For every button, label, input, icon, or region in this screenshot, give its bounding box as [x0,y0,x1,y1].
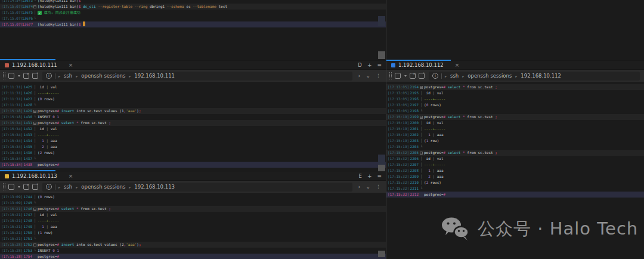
address-bar[interactable]: i ▸ssh▸openssh sessions▸192.168.10.113 [42,183,352,192]
fold-marker-icon[interactable] [32,162,38,168]
fold-marker-icon[interactable]: │ [32,230,38,236]
fold-marker-icon[interactable]: │ [419,96,424,102]
fold-marker-icon[interactable] [32,21,38,27]
fold-marker-icon[interactable]: └ [32,236,38,242]
fold-marker-icon[interactable]: │ [419,180,424,186]
add-tab-icon[interactable]: + [367,63,372,68]
tab-192-168-10-113[interactable]: 1.192.168.10.113 × [5,172,73,180]
fold-marker-icon[interactable]: │ [32,90,38,96]
fold-marker-icon[interactable]: └ [32,156,38,162]
fold-marker-icon[interactable]: │ [32,144,38,150]
reconnect-window-icon[interactable]: ° [32,184,38,190]
close-window-icon[interactable]: × [23,184,29,190]
vertical-scrollbar-thumb[interactable] [378,165,385,171]
fold-marker-icon[interactable]: │ [32,212,38,218]
breadcrumb-item[interactable]: ssh [64,184,72,190]
chevron-right-icon[interactable]: › [358,184,361,190]
fold-marker-icon[interactable]: │ [419,90,424,96]
info-icon[interactable]: i [432,73,438,79]
fold-marker-icon[interactable] [32,206,38,212]
fold-marker-icon[interactable]: │ [32,96,38,102]
fold-marker-icon[interactable]: │ [419,156,424,162]
more-options-icon[interactable]: ⋮ [376,73,381,79]
address-bar[interactable]: i ▸ssh▸openssh sessions▸192.168.10.111 [42,72,352,81]
fold-marker-icon[interactable]: └ [32,114,38,120]
fold-marker-icon[interactable] [419,84,424,90]
breadcrumb-item[interactable]: ssh [64,73,72,79]
breadcrumb-item[interactable]: openssh sessions [467,73,512,79]
terminal-output[interactable]: [17:13:05]2194postgres=# select * from s… [386,82,644,198]
fold-marker-icon[interactable]: │ [419,168,424,174]
fold-marker-icon[interactable]: │ [419,138,424,144]
breadcrumb-item[interactable]: ssh [450,73,459,79]
close-window-icon[interactable]: × [410,73,416,79]
fold-marker-icon[interactable]: │ [32,218,38,224]
fold-marker-icon[interactable]: └ [419,108,424,114]
breadcrumb-item[interactable]: openssh sessions [81,73,125,79]
address-bar[interactable]: i ▸ssh▸openssh sessions▸192.168.10.112 [429,72,640,81]
fold-marker-icon[interactable] [32,4,38,10]
breadcrumb-item[interactable]: 192.168.10.113 [134,184,175,190]
close-window-icon[interactable]: × [23,73,29,79]
horizontal-scrollbar-thumb[interactable] [0,170,55,171]
tab-192-168-10-112[interactable]: 1.192.168.10.112 × [391,61,459,69]
fold-marker-icon[interactable] [32,254,38,259]
vertical-scrollbar-thumb[interactable] [378,251,385,257]
horizontal-scrollbar-thumb[interactable] [386,60,451,61]
add-tab-icon[interactable]: + [367,174,372,179]
fold-marker-icon[interactable] [419,150,424,156]
fold-marker-icon[interactable]: │ [419,162,424,168]
fold-marker-icon[interactable] [32,242,38,248]
fold-marker-icon[interactable]: │ [32,132,38,138]
pane-splitter[interactable] [386,0,386,259]
fold-marker-icon[interactable]: │ [32,84,38,90]
fold-marker-icon[interactable]: │ [419,102,424,108]
terminal-pane-kylin[interactable]: [17:14:54]13673└[halo@kylin111 bin]$[17:… [0,0,386,60]
fold-marker-icon[interactable]: │ [32,150,38,156]
reconnect-window-icon[interactable]: ° [419,73,425,79]
fold-marker-icon[interactable]: │ [419,120,424,126]
terminal-output[interactable]: [17:11:31]1425│ id | val[17:11:31]1426│-… [0,82,386,168]
chevron-down-icon[interactable]: ⌄ [366,73,370,79]
info-icon[interactable]: i [46,73,52,79]
breadcrumb-item[interactable]: 192.168.10.111 [134,73,175,79]
chevron-down-icon[interactable] [18,186,20,188]
fold-marker-icon[interactable]: │ [32,194,38,200]
fold-marker-icon[interactable] [419,192,424,198]
fold-marker-icon[interactable]: └ [32,102,38,108]
info-icon[interactable]: i [46,184,52,190]
tab-menu-icon[interactable]: ≡ [377,174,382,179]
fold-marker-icon[interactable]: │ [419,126,424,132]
fold-marker-icon[interactable] [32,120,38,126]
terminal-output[interactable]: [17:14:54]13673└[halo@kylin111 bin]$[17:… [0,0,386,27]
fold-marker-icon[interactable]: │ [32,138,38,144]
more-options-icon[interactable]: ⋮ [376,184,381,190]
close-icon[interactable]: × [69,63,73,68]
chevron-down-icon[interactable] [18,75,20,77]
close-icon[interactable]: × [455,63,460,68]
fold-marker-icon[interactable]: │ [32,10,38,16]
terminal-pane-empty[interactable] [386,0,644,60]
fold-marker-icon[interactable]: └ [32,200,38,206]
fold-marker-icon[interactable] [419,114,424,120]
drag-grip-icon[interactable] [3,72,5,79]
fold-marker-icon[interactable]: └ [32,248,38,254]
tab-menu-icon[interactable]: ≡ [377,63,382,68]
horizontal-scrollbar-thumb[interactable] [0,59,55,60]
breadcrumb-item[interactable]: 192.168.10.112 [521,73,561,79]
fold-marker-icon[interactable]: └ [419,186,424,192]
close-icon[interactable]: × [69,174,73,179]
drag-grip-icon[interactable] [3,183,5,190]
chevron-right-icon[interactable]: › [358,73,361,79]
new-window-icon[interactable] [395,73,401,79]
fold-marker-icon[interactable]: └ [32,16,38,21]
chevron-down-icon[interactable] [404,75,407,77]
fold-marker-icon[interactable]: │ [32,126,38,132]
new-window-icon[interactable] [8,184,14,190]
new-window-icon[interactable] [8,73,14,79]
reconnect-window-icon[interactable]: ° [32,73,38,79]
chevron-down-icon[interactable]: ⌄ [366,184,370,190]
fold-marker-icon[interactable]: └ [419,144,424,150]
tab-192-168-10-111[interactable]: 1.192.168.10.111 × [5,61,73,69]
vertical-scrollbar-thumb[interactable] [378,51,385,59]
